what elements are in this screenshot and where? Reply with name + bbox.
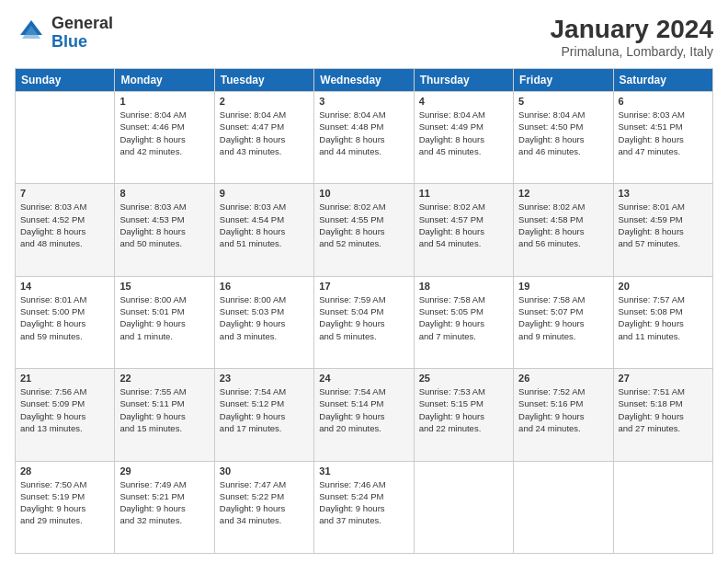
calendar-cell: 4Sunrise: 8:04 AM Sunset: 4:49 PM Daylig…: [414, 92, 513, 184]
calendar-cell: 5Sunrise: 8:04 AM Sunset: 4:50 PM Daylig…: [514, 92, 613, 184]
calendar-cell: 11Sunrise: 8:02 AM Sunset: 4:57 PM Dayli…: [414, 184, 513, 276]
day-number: 3: [319, 96, 408, 107]
calendar-cell: 17Sunrise: 7:59 AM Sunset: 5:04 PM Dayli…: [314, 276, 414, 368]
day-info: Sunrise: 8:03 AM Sunset: 4:52 PM Dayligh…: [20, 201, 109, 249]
day-info: Sunrise: 8:04 AM Sunset: 4:48 PM Dayligh…: [319, 109, 408, 157]
calendar-cell: [514, 461, 613, 553]
day-number: 14: [20, 281, 109, 292]
col-header-saturday: Saturday: [613, 69, 712, 92]
day-info: Sunrise: 7:51 AM Sunset: 5:18 PM Dayligh…: [619, 385, 708, 434]
day-info: Sunrise: 7:49 AM Sunset: 5:21 PM Dayligh…: [119, 478, 209, 527]
calendar-cell: 1Sunrise: 8:04 AM Sunset: 4:46 PM Daylig…: [115, 92, 214, 184]
logo-general: General: [51, 15, 113, 33]
day-number: 25: [419, 373, 508, 384]
day-info: Sunrise: 7:47 AM Sunset: 5:22 PM Dayligh…: [220, 478, 309, 527]
day-number: 23: [220, 373, 309, 384]
calendar-cell: [414, 461, 513, 553]
day-number: 29: [119, 465, 209, 477]
calendar-cell: 27Sunrise: 7:51 AM Sunset: 5:18 PM Dayli…: [613, 369, 712, 461]
calendar-cell: 18Sunrise: 7:58 AM Sunset: 5:05 PM Dayli…: [414, 276, 513, 368]
logo: General Blue: [15, 15, 113, 52]
day-info: Sunrise: 8:02 AM Sunset: 4:57 PM Dayligh…: [419, 201, 508, 249]
calendar-cell: 13Sunrise: 8:01 AM Sunset: 4:59 PM Dayli…: [613, 184, 712, 276]
month-title: January 2024: [551, 15, 713, 44]
calendar-cell: 15Sunrise: 8:00 AM Sunset: 5:01 PM Dayli…: [115, 276, 214, 368]
day-number: 11: [419, 188, 508, 199]
day-info: Sunrise: 8:04 AM Sunset: 4:49 PM Dayligh…: [419, 109, 508, 157]
calendar-table: SundayMondayTuesdayWednesdayThursdayFrid…: [15, 68, 713, 554]
calendar-cell: 6Sunrise: 8:03 AM Sunset: 4:51 PM Daylig…: [613, 92, 712, 184]
title-area: January 2024 Primaluna, Lombardy, Italy: [551, 15, 713, 59]
day-number: 1: [119, 96, 209, 107]
day-number: 4: [419, 96, 508, 107]
logo-icon: [15, 17, 48, 50]
week-row-5: 28Sunrise: 7:50 AM Sunset: 5:19 PM Dayli…: [16, 461, 713, 553]
calendar-cell: 9Sunrise: 8:03 AM Sunset: 4:54 PM Daylig…: [214, 184, 313, 276]
day-info: Sunrise: 7:54 AM Sunset: 5:14 PM Dayligh…: [319, 385, 408, 434]
calendar-cell: 2Sunrise: 8:04 AM Sunset: 4:47 PM Daylig…: [214, 92, 313, 184]
calendar-cell: 31Sunrise: 7:46 AM Sunset: 5:24 PM Dayli…: [314, 461, 414, 553]
day-info: Sunrise: 8:04 AM Sunset: 4:46 PM Dayligh…: [119, 109, 209, 157]
day-number: 12: [518, 188, 608, 199]
day-info: Sunrise: 7:50 AM Sunset: 5:19 PM Dayligh…: [20, 478, 109, 527]
day-info: Sunrise: 7:46 AM Sunset: 5:24 PM Dayligh…: [319, 478, 408, 527]
day-info: Sunrise: 8:01 AM Sunset: 5:00 PM Dayligh…: [20, 293, 109, 342]
day-number: 16: [220, 281, 309, 292]
calendar-cell: 19Sunrise: 7:58 AM Sunset: 5:07 PM Dayli…: [514, 276, 613, 368]
day-number: 17: [319, 281, 408, 292]
day-info: Sunrise: 8:02 AM Sunset: 4:55 PM Dayligh…: [319, 201, 408, 249]
calendar-cell: 29Sunrise: 7:49 AM Sunset: 5:21 PM Dayli…: [115, 461, 214, 553]
calendar-cell: 30Sunrise: 7:47 AM Sunset: 5:22 PM Dayli…: [214, 461, 313, 553]
calendar-cell: [16, 92, 115, 184]
day-number: 6: [619, 96, 708, 107]
calendar-cell: 25Sunrise: 7:53 AM Sunset: 5:15 PM Dayli…: [414, 369, 513, 461]
day-number: 20: [619, 281, 708, 292]
calendar-cell: 16Sunrise: 8:00 AM Sunset: 5:03 PM Dayli…: [214, 276, 313, 368]
day-number: 10: [319, 188, 408, 199]
day-info: Sunrise: 7:58 AM Sunset: 5:07 PM Dayligh…: [518, 293, 608, 342]
col-header-tuesday: Tuesday: [214, 69, 313, 92]
day-info: Sunrise: 8:02 AM Sunset: 4:58 PM Dayligh…: [518, 201, 608, 249]
day-number: 26: [518, 373, 608, 384]
day-info: Sunrise: 8:04 AM Sunset: 4:47 PM Dayligh…: [220, 109, 309, 157]
day-info: Sunrise: 8:03 AM Sunset: 4:53 PM Dayligh…: [119, 201, 209, 249]
header: General Blue January 2024 Primaluna, Lom…: [15, 15, 713, 59]
location-title: Primaluna, Lombardy, Italy: [551, 44, 713, 59]
day-number: 5: [518, 96, 608, 107]
calendar-cell: 21Sunrise: 7:56 AM Sunset: 5:09 PM Dayli…: [16, 369, 115, 461]
day-info: Sunrise: 8:03 AM Sunset: 4:51 PM Dayligh…: [619, 109, 708, 157]
week-row-3: 14Sunrise: 8:01 AM Sunset: 5:00 PM Dayli…: [16, 276, 713, 368]
day-number: 2: [220, 96, 309, 107]
calendar-cell: 7Sunrise: 8:03 AM Sunset: 4:52 PM Daylig…: [16, 184, 115, 276]
calendar-cell: 23Sunrise: 7:54 AM Sunset: 5:12 PM Dayli…: [214, 369, 313, 461]
day-info: Sunrise: 7:52 AM Sunset: 5:16 PM Dayligh…: [518, 385, 608, 434]
day-number: 30: [220, 465, 309, 477]
day-info: Sunrise: 7:58 AM Sunset: 5:05 PM Dayligh…: [419, 293, 508, 342]
day-info: Sunrise: 8:03 AM Sunset: 4:54 PM Dayligh…: [220, 201, 309, 249]
header-row: SundayMondayTuesdayWednesdayThursdayFrid…: [16, 69, 713, 92]
day-info: Sunrise: 8:00 AM Sunset: 5:01 PM Dayligh…: [119, 293, 209, 342]
day-number: 9: [220, 188, 309, 199]
week-row-1: 1Sunrise: 8:04 AM Sunset: 4:46 PM Daylig…: [16, 92, 713, 184]
day-number: 22: [119, 373, 209, 384]
day-info: Sunrise: 7:55 AM Sunset: 5:11 PM Dayligh…: [119, 385, 209, 434]
calendar-cell: 12Sunrise: 8:02 AM Sunset: 4:58 PM Dayli…: [514, 184, 613, 276]
calendar-cell: 20Sunrise: 7:57 AM Sunset: 5:08 PM Dayli…: [613, 276, 712, 368]
day-number: 13: [619, 188, 708, 199]
day-number: 28: [20, 465, 109, 477]
day-number: 31: [319, 465, 408, 477]
week-row-4: 21Sunrise: 7:56 AM Sunset: 5:09 PM Dayli…: [16, 369, 713, 461]
day-info: Sunrise: 7:56 AM Sunset: 5:09 PM Dayligh…: [20, 385, 109, 434]
calendar-cell: 26Sunrise: 7:52 AM Sunset: 5:16 PM Dayli…: [514, 369, 613, 461]
col-header-monday: Monday: [115, 69, 214, 92]
calendar-cell: 14Sunrise: 8:01 AM Sunset: 5:00 PM Dayli…: [16, 276, 115, 368]
col-header-sunday: Sunday: [16, 69, 115, 92]
day-info: Sunrise: 8:04 AM Sunset: 4:50 PM Dayligh…: [518, 109, 608, 157]
calendar-cell: 3Sunrise: 8:04 AM Sunset: 4:48 PM Daylig…: [314, 92, 414, 184]
calendar-cell: 10Sunrise: 8:02 AM Sunset: 4:55 PM Dayli…: [314, 184, 414, 276]
calendar-cell: 8Sunrise: 8:03 AM Sunset: 4:53 PM Daylig…: [115, 184, 214, 276]
day-info: Sunrise: 7:57 AM Sunset: 5:08 PM Dayligh…: [619, 293, 708, 342]
page: General Blue January 2024 Primaluna, Lom…: [0, 0, 728, 563]
day-number: 15: [119, 281, 209, 292]
calendar-cell: [613, 461, 712, 553]
